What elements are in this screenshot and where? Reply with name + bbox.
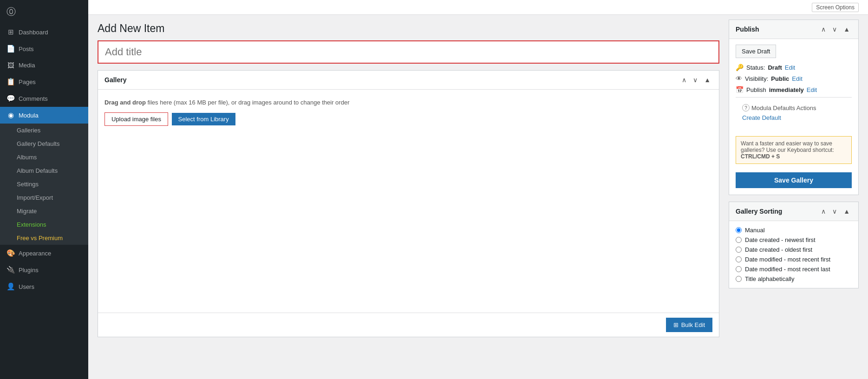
defaults-help-icon: ? — [742, 104, 750, 111]
gallery-sorting-panel: Gallery Sorting ∧ ∨ ▲ Manual — [729, 202, 859, 288]
sort-date-oldest-radio[interactable] — [736, 247, 742, 253]
sidebar-item-users[interactable]: 👤 Users — [0, 278, 88, 295]
publish-panel-controls: ∧ ∨ ▲ — [819, 25, 852, 34]
sidebar-item-posts[interactable]: 📄 Posts — [0, 40, 88, 57]
sort-date-oldest-item[interactable]: Date created - oldest first — [736, 246, 852, 253]
publish-panel-body: Save Draft 🔑 Status: Draft Edit 👁 Visibi… — [729, 39, 858, 131]
gallery-drop-text: Drag and drop files here (max 16 MB per … — [104, 99, 712, 106]
sort-date-newest-radio[interactable] — [736, 237, 742, 243]
gallery-panel-title: Gallery — [104, 76, 680, 84]
keyboard-hint-text: Want a faster and easier way to save gal… — [741, 140, 834, 153]
sidebar-item-settings[interactable]: Settings — [0, 177, 88, 191]
pages-icon: 📋 — [7, 78, 15, 86]
visibility-edit-link[interactable]: Edit — [792, 75, 802, 82]
sorting-up-button[interactable]: ∧ — [819, 207, 828, 216]
content-area: Add New Item Gallery ∧ ∨ ▲ Drag and drop… — [88, 15, 868, 346]
sort-manual-radio[interactable] — [736, 227, 742, 233]
save-gallery-button[interactable]: Save Gallery — [736, 172, 852, 188]
sidebar-item-dashboard[interactable]: ⊞ Dashboard — [0, 24, 88, 40]
sorting-panel-header: Gallery Sorting ∧ ∨ ▲ — [729, 202, 858, 221]
sidebar-label-users: Users — [19, 283, 34, 290]
sidebar-item-galleries[interactable]: Galleries — [0, 124, 88, 137]
panel-collapse-down-button[interactable]: ∨ — [691, 75, 699, 85]
main-area: Screen Options Add New Item Gallery ∧ ∨ … — [88, 0, 868, 379]
sidebar-item-albums[interactable]: Albums — [0, 150, 88, 164]
sidebar-label-dashboard: Dashboard — [19, 29, 48, 36]
status-value: Draft — [768, 64, 782, 71]
bulk-edit-icon: ⊞ — [673, 321, 679, 328]
sort-title-alpha-radio[interactable] — [736, 276, 742, 282]
sidebar-label-plugins: Plugins — [19, 267, 39, 274]
sort-modified-recent-item[interactable]: Date modified - most recent first — [736, 256, 852, 263]
sort-modified-recent-radio[interactable] — [736, 256, 742, 262]
publish-down-button[interactable]: ∨ — [830, 25, 839, 34]
sidebar-label-modula: Modula — [19, 112, 39, 119]
status-label: Status: — [746, 64, 765, 71]
gallery-panel: Gallery ∧ ∨ ▲ Drag and drop files here (… — [98, 70, 719, 337]
status-edit-link[interactable]: Edit — [785, 64, 795, 71]
media-icon: 🖼 — [7, 61, 15, 69]
sort-date-newest-item[interactable]: Date created - newest first — [736, 236, 852, 243]
sort-manual-label: Manual — [745, 227, 765, 234]
publish-label: Publish — [746, 86, 766, 93]
drop-text-mid: files here (max 16 MB per file), or — [147, 99, 238, 106]
panel-controls: ∧ ∨ ▲ — [680, 75, 712, 85]
title-input[interactable] — [98, 40, 719, 64]
sort-title-alpha-label: Title alphabetically — [745, 275, 794, 282]
sidebar-item-extensions[interactable]: Extensions — [0, 218, 88, 231]
sidebar-item-modula[interactable]: ◉ Modula ◀ — [0, 107, 88, 124]
sidebar-item-migrate[interactable]: Migrate — [0, 204, 88, 218]
sidebar-item-comments[interactable]: 💬 Comments — [0, 90, 88, 107]
select-from-library-button[interactable]: Select from Library — [172, 113, 235, 125]
publish-timing-edit-link[interactable]: Edit — [807, 86, 817, 93]
screen-options-button[interactable]: Screen Options — [812, 3, 859, 12]
comments-icon: 💬 — [7, 94, 15, 103]
sidebar-item-album-defaults[interactable]: Album Defaults — [0, 164, 88, 177]
divider — [736, 97, 852, 98]
modula-arrow-icon: ◀ — [78, 113, 82, 118]
status-meta: 🔑 Status: Draft Edit — [736, 64, 852, 71]
sidebar-item-media[interactable]: 🖼 Media — [0, 57, 88, 73]
keyboard-shortcut: CTRL/CMD + S — [741, 153, 780, 160]
sidebar-item-import-export[interactable]: Import/Export — [0, 191, 88, 204]
sidebar-item-appearance[interactable]: 🎨 Appearance — [0, 245, 88, 261]
panel-minimize-button[interactable]: ▲ — [702, 75, 712, 85]
sorting-down-button[interactable]: ∨ — [830, 207, 839, 216]
posts-icon: 📄 — [7, 45, 15, 53]
sidebar-item-pages[interactable]: 📋 Pages — [0, 73, 88, 90]
sorting-minimize-button[interactable]: ▲ — [842, 207, 852, 216]
panel-collapse-up-button[interactable]: ∧ — [680, 75, 688, 85]
upload-image-files-button[interactable]: Upload image files — [104, 112, 168, 126]
publish-panel-header: Publish ∧ ∨ ▲ — [729, 20, 858, 39]
visibility-meta: 👁 Visibility: Public Edit — [736, 75, 852, 82]
publish-up-button[interactable]: ∧ — [819, 25, 828, 34]
sidebar-item-gallery-defaults[interactable]: Gallery Defaults — [0, 137, 88, 150]
sorting-body: Manual Date created - newest first Date … — [729, 221, 858, 288]
sort-modified-recent-label: Date modified - most recent first — [745, 256, 830, 263]
topbar: Screen Options — [88, 0, 868, 15]
create-default-link[interactable]: Create Default — [742, 114, 781, 121]
page-title: Add New Item — [98, 22, 719, 35]
sidebar-item-free-vs-premium[interactable]: Free vs Premium — [0, 231, 88, 245]
sort-modified-last-item[interactable]: Date modified - most recent last — [736, 266, 852, 273]
sort-date-newest-label: Date created - newest first — [745, 236, 816, 243]
publish-timing: immediately — [769, 86, 804, 93]
sort-modified-last-radio[interactable] — [736, 266, 742, 272]
sort-manual-item[interactable]: Manual — [736, 227, 852, 234]
keyboard-hint: Want a faster and easier way to save gal… — [736, 136, 852, 164]
left-column: Add New Item Gallery ∧ ∨ ▲ Drag and drop… — [98, 20, 719, 337]
sidebar-logo: ⓪ — [0, 0, 88, 24]
bulk-edit-button[interactable]: ⊞ Bulk Edit — [666, 318, 712, 332]
sort-title-alpha-item[interactable]: Title alphabetically — [736, 275, 852, 282]
visibility-value: Public — [771, 75, 789, 82]
sidebar-label-pages: Pages — [19, 78, 36, 85]
sidebar-item-plugins[interactable]: 🔌 Plugins — [0, 261, 88, 278]
wordpress-logo: ⓪ — [7, 6, 16, 18]
drag-drop-bold: Drag and drop — [104, 99, 146, 106]
save-draft-button[interactable]: Save Draft — [736, 45, 776, 58]
publish-minimize-button[interactable]: ▲ — [842, 25, 852, 34]
visibility-icon: 👁 — [736, 75, 742, 82]
publish-timing-meta: 📅 Publish immediately Edit — [736, 86, 852, 93]
appearance-icon: 🎨 — [7, 249, 15, 257]
status-icon: 🔑 — [736, 64, 744, 71]
